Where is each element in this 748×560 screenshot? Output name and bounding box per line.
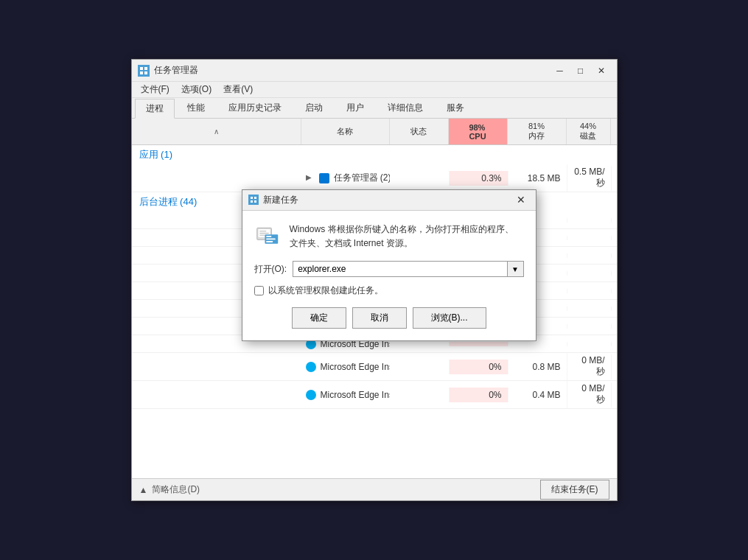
open-label: 打开(O): [254,263,287,276]
dialog-input-row: 打开(O): ▼ [254,261,524,277]
tab-users[interactable]: 用户 [335,98,375,118]
svg-rect-1 [144,67,147,70]
dialog-desc-icon [254,223,281,249]
msedge2-icon [306,362,316,372]
col-network[interactable]: 1%网络 [611,119,617,144]
title-bar: 任务管理器 ─ □ ✕ [132,60,617,82]
status-cell [390,342,449,346]
minimize-button[interactable]: ─ [550,63,570,78]
process-name: Microsoft Edge Installer [321,362,390,372]
process-name: 任务管理器 (2) [334,172,390,184]
svg-rect-7 [254,200,256,203]
disk-value: 0 MB/秒 [567,353,611,380]
svg-rect-4 [251,197,253,199]
table-row[interactable]: Microsoft Edge Installer 0% 0.8 MB 0 MB/… [132,353,617,381]
table-row[interactable]: Microsoft Edge Installer 0% 0.4 MB 0 MB/… [132,381,617,409]
msedge3-icon [306,390,316,400]
column-headers: ∧ 名称 状态 98%CPU 81%内存 44%磁盘 1%网络 [132,119,617,145]
menu-view[interactable]: 查看(V) [217,82,259,97]
tab-bar: 进程 性能 应用历史记录 启动 用户 详细信息 服务 [132,98,617,119]
dialog-description: Windows 将根据你所键入的名称，为你打开相应的程序、 文件夹、文档或 In… [254,223,524,251]
network-value [611,271,617,276]
tab-performance[interactable]: 性能 [176,98,216,118]
ok-button[interactable]: 确定 [292,307,346,329]
bottom-bar: ▲ 简略信息(D) 结束任务(E) [132,478,617,500]
cpu-value: 0% [449,388,508,402]
end-task-button[interactable]: 结束任务(E) [540,480,609,500]
disk-value: 0 MB/秒 [567,381,611,408]
network-value: 0 Mbps [611,382,617,407]
status-cell [390,176,449,181]
disk-value [567,236,611,240]
taskmanager-window: 任务管理器 ─ □ ✕ 文件(F) 选项(O) 查看(V) 进程 性能 应用历史… [131,59,618,501]
tab-details[interactable]: 详细信息 [377,98,434,118]
app-icon [138,65,150,77]
memory-value: 0.8 MB [508,360,567,374]
status-cell [390,365,449,369]
browse-button[interactable]: 浏览(B)... [413,307,486,329]
open-input[interactable] [293,262,506,276]
col-memory-label: 81%内存 [528,122,545,141]
svg-rect-6 [251,200,253,203]
col-cpu[interactable]: 98%CPU [449,119,508,144]
col-status[interactable]: 状态 [390,119,449,144]
dialog-icon [248,195,259,205]
dialog-title-bar: 新建任务 ✕ [242,190,536,211]
close-button[interactable]: ✕ [592,63,611,78]
tab-app-history[interactable]: 应用历史记录 [217,98,293,118]
network-value: 0 Mbps [611,354,617,379]
cpu-value [449,342,508,346]
dropdown-button[interactable]: ▼ [507,262,523,276]
cancel-button[interactable]: 取消 [352,307,407,329]
cpu-value: 0% [449,360,508,374]
window-controls: ─ □ ✕ [550,63,611,78]
expand-icon[interactable]: ▶ [306,173,316,183]
tab-startup[interactable]: 启动 [294,98,334,118]
tab-process[interactable]: 进程 [135,99,175,119]
network-value [611,253,617,258]
cpu-value: 0.3% [449,171,508,186]
disk-value [567,342,611,346]
dialog-close-button[interactable]: ✕ [512,192,530,207]
network-value [611,218,617,223]
brief-info-label: 简略信息(D) [152,483,200,496]
taskmanager-icon [319,173,329,183]
dialog-description-text: Windows 将根据你所键入的名称，为你打开相应的程序、 文件夹、文档或 In… [290,223,524,251]
tab-services[interactable]: 服务 [436,98,475,118]
svg-rect-0 [140,67,143,70]
menu-file[interactable]: 文件(F) [135,82,175,97]
col-status-label: 状态 [410,126,427,137]
disk-value [567,253,611,258]
col-memory[interactable]: 81%内存 [508,119,567,144]
maximize-button[interactable]: □ [571,63,590,78]
svg-rect-15 [266,238,275,239]
status-cell [390,393,449,397]
network-value [611,324,617,329]
admin-checkbox[interactable] [254,286,264,295]
network-value [611,289,617,293]
col-sort: ∧ [132,119,301,144]
section-apps: 应用 (1) [132,145,617,164]
svg-rect-5 [254,197,256,199]
col-disk[interactable]: 44%磁盘 [567,119,611,144]
network-value: 0 Mbps [611,166,617,191]
brief-info-button[interactable]: ▲ 简略信息(D) [139,483,200,496]
disk-value [567,218,611,223]
network-value [611,342,617,346]
menu-options[interactable]: 选项(O) [175,82,217,97]
network-value [611,236,617,240]
brief-info-arrow: ▲ [139,485,148,495]
dialog-body: Windows 将根据你所键入的名称，为你打开相应的程序、 文件夹、文档或 In… [242,211,536,340]
input-wrapper: ▼ [293,261,523,277]
disk-value [567,307,611,311]
process-name-cell: ▶ 任务管理器 (2) [301,169,390,186]
svg-rect-2 [140,71,143,74]
col-name-label: 名称 [337,126,353,137]
network-value [611,307,617,311]
table-row[interactable]: ▶ 任务管理器 (2) 0.3% 18.5 MB 0.5 MB/秒 0 Mbps [132,164,617,192]
memory-value [508,342,567,346]
checkbox-label: 以系统管理权限创建此任务。 [268,284,383,297]
dialog-checkbox-row: 以系统管理权限创建此任务。 [254,284,524,297]
col-name[interactable]: 名称 [301,119,390,144]
col-cpu-label: 98%CPU [469,123,486,141]
